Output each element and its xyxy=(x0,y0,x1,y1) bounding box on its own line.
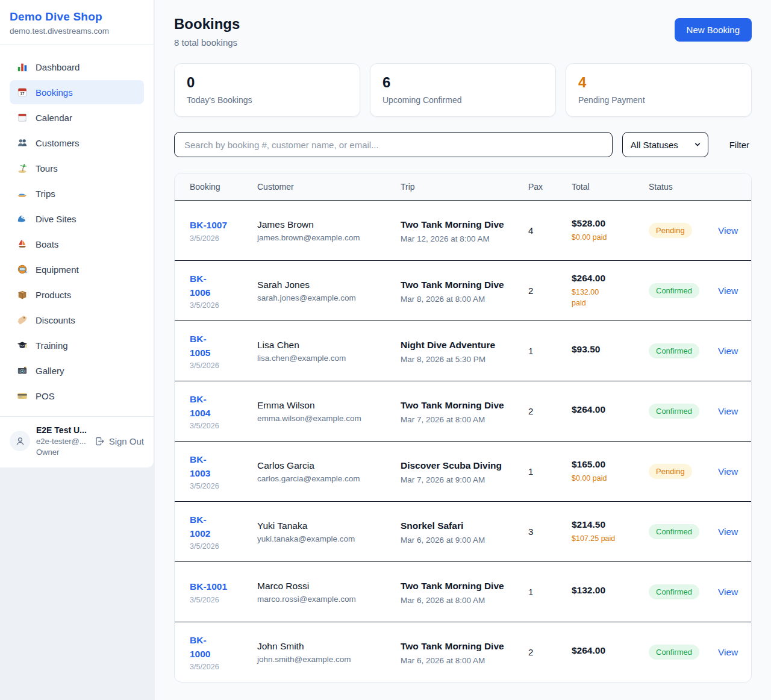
sidebar-item-pos[interactable]: POS xyxy=(10,384,144,408)
total-amount: $528.00 xyxy=(572,218,649,229)
sidebar-header: Demo Dive Shop demo.test.divestreams.com xyxy=(0,0,154,45)
palm-island-icon xyxy=(17,163,28,173)
trip-datetime: Mar 6, 2026 at 8:00 AM xyxy=(401,596,514,605)
sidebar-item-label: Customers xyxy=(36,138,80,148)
trip-cell: Two Tank Morning Dive Mar 6, 2026 at 8:0… xyxy=(401,639,528,664)
sidebar-item-dive-sites[interactable]: Dive Sites xyxy=(10,207,144,231)
customer-email: lisa.chen@example.com xyxy=(257,354,401,363)
sign-out-button[interactable]: Sign Out xyxy=(95,436,144,446)
booking-cell: BK- 1004 3/5/2026 xyxy=(190,392,257,431)
table-header-cell: Pax xyxy=(528,182,572,192)
customer-name: Marco Rossi xyxy=(257,581,401,592)
bookings-table: Booking Customer Trip Pax Total Status B… xyxy=(174,173,752,683)
tag-icon xyxy=(17,314,28,325)
trip-cell: Two Tank Morning Dive Mar 12, 2026 at 8:… xyxy=(401,217,528,243)
trip-name: Two Tank Morning Dive xyxy=(401,398,514,413)
booking-id-link[interactable]: BK-1001 xyxy=(190,580,227,593)
sidebar-item-bookings[interactable]: 17 Bookings xyxy=(10,80,144,104)
sidebar-item-equipment[interactable]: Equipment xyxy=(10,257,144,281)
customer-cell: John Smith john.smith@example.com xyxy=(257,641,401,664)
pax-count: 4 xyxy=(528,225,572,236)
new-booking-button[interactable]: New Booking xyxy=(675,18,752,42)
view-link[interactable]: View xyxy=(718,647,738,657)
pax-count: 3 xyxy=(528,527,572,537)
filter-button[interactable]: Filter xyxy=(727,140,752,150)
calendar-date-icon: 17 xyxy=(17,87,28,98)
status-cell: Confirmed xyxy=(649,645,718,660)
status-badge: Confirmed xyxy=(649,404,699,419)
logout-icon xyxy=(95,436,105,446)
status-cell: Confirmed xyxy=(649,584,718,599)
sidebar-item-customers[interactable]: Customers xyxy=(10,131,144,155)
stat-card: 4 Pending Payment xyxy=(566,63,752,117)
sidebar-item-products[interactable]: Products xyxy=(10,283,144,307)
booking-id-link[interactable]: BK- 1002 xyxy=(190,513,210,541)
sidebar-item-dashboard[interactable]: Dashboard xyxy=(10,55,144,79)
user-email: e2e-tester@... xyxy=(36,437,89,446)
booking-id-link[interactable]: BK- 1000 xyxy=(190,633,210,661)
camera-icon xyxy=(17,365,28,376)
trip-name: Night Dive Adventure xyxy=(401,338,514,352)
view-link[interactable]: View xyxy=(718,466,738,477)
shop-domain: demo.test.divestreams.com xyxy=(10,27,144,36)
sidebar-item-boats[interactable]: Boats xyxy=(10,232,144,256)
booking-id-link[interactable]: BK- 1006 xyxy=(190,272,210,300)
sidebar-item-trips[interactable]: Trips xyxy=(10,181,144,205)
view-link[interactable]: View xyxy=(718,527,738,537)
customer-name: Carlos Garcia xyxy=(257,460,401,471)
sidebar-item-training[interactable]: Training xyxy=(10,333,144,357)
package-icon xyxy=(17,289,28,300)
view-link[interactable]: View xyxy=(718,225,738,236)
booking-id-link[interactable]: BK- 1003 xyxy=(190,452,210,481)
view-link[interactable]: View xyxy=(718,587,738,597)
booking-id-link[interactable]: BK- 1005 xyxy=(190,332,210,360)
customer-email: yuki.tanaka@example.com xyxy=(257,534,401,543)
booking-cell: BK- 1002 3/5/2026 xyxy=(190,513,257,551)
sidebar-item-label: Bookings xyxy=(36,87,73,98)
sidebar-item-discounts[interactable]: Discounts xyxy=(10,308,144,332)
booking-date: 3/5/2026 xyxy=(190,663,257,671)
trip-name: Snorkel Safari xyxy=(401,519,514,533)
view-cell: View xyxy=(718,406,738,417)
sidebar-item-calendar[interactable]: Calendar xyxy=(10,105,144,130)
status-select[interactable]: All Statuses xyxy=(622,132,708,157)
booking-cell: BK-1001 3/5/2026 xyxy=(190,580,257,604)
customer-cell: Emma Wilson emma.wilson@example.com xyxy=(257,400,401,423)
stat-value: 4 xyxy=(578,74,739,91)
total-amount: $264.00 xyxy=(572,404,649,415)
sign-out-label: Sign Out xyxy=(109,436,144,446)
stat-card: 0 Today's Bookings xyxy=(174,63,360,117)
booking-id-link[interactable]: BK- 1004 xyxy=(190,392,210,420)
sidebar-item-label: Discounts xyxy=(36,315,75,325)
view-cell: View xyxy=(718,587,738,598)
stat-label: Upcoming Confirmed xyxy=(382,95,543,105)
sidebar-item-label: Boats xyxy=(36,239,58,249)
customer-name: Lisa Chen xyxy=(257,340,401,351)
bar-chart-icon xyxy=(17,61,28,72)
total-cell: $264.00 $132.00 paid xyxy=(572,273,649,308)
view-link[interactable]: View xyxy=(718,346,738,356)
sidebar-item-gallery[interactable]: Gallery xyxy=(10,358,144,383)
sidebar-item-tours[interactable]: Tours xyxy=(10,156,144,180)
status-cell: Confirmed xyxy=(649,524,718,539)
trip-datetime: Mar 6, 2026 at 8:00 AM xyxy=(401,656,514,665)
paid-amount: $0.00 paid xyxy=(572,232,649,243)
user-role: Owner xyxy=(36,448,89,457)
customer-cell: Yuki Tanaka yuki.tanaka@example.com xyxy=(257,520,401,543)
table-header-cell: Total xyxy=(572,182,649,192)
table-body: BK-1007 3/5/2026 James Brown james.brown… xyxy=(175,200,751,682)
status-cell: Pending xyxy=(649,464,718,479)
sidebar-item-label: Training xyxy=(36,340,68,351)
search-input[interactable] xyxy=(174,132,613,157)
booking-id-link[interactable]: BK-1007 xyxy=(190,218,227,232)
pax-count: 2 xyxy=(528,406,572,416)
view-cell: View xyxy=(718,466,738,477)
customer-email: marco.rossi@example.com xyxy=(257,595,401,604)
view-link[interactable]: View xyxy=(718,286,738,296)
trip-datetime: Mar 8, 2026 at 8:00 AM xyxy=(401,295,514,304)
booking-row-bk-1002: BK- 1002 3/5/2026 Yuki Tanaka yuki.tanak… xyxy=(175,501,751,561)
view-link[interactable]: View xyxy=(718,406,738,416)
booking-row-bk-1003: BK- 1003 3/5/2026 Carlos Garcia carlos.g… xyxy=(175,441,751,501)
booking-cell: BK- 1003 3/5/2026 xyxy=(190,452,257,491)
status-select-wrap: All Statuses xyxy=(622,132,708,157)
